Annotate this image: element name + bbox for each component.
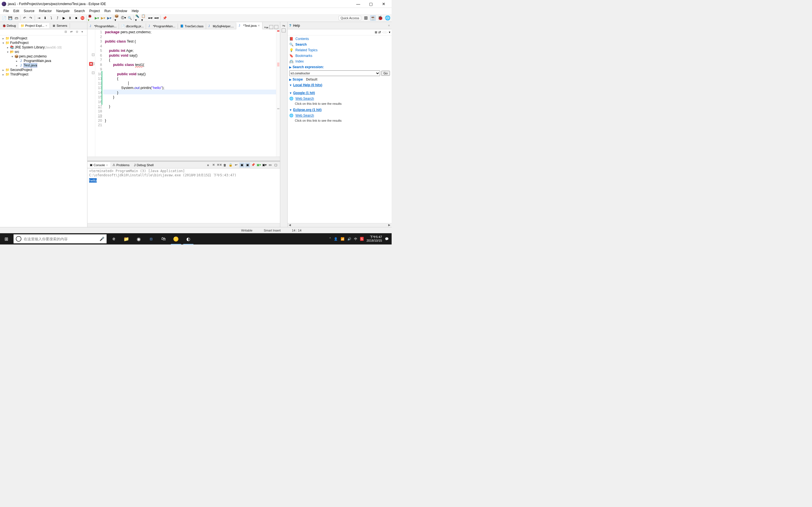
step-over-button[interactable]: ⤵ bbox=[49, 15, 54, 21]
suspend-button[interactable]: ⏸ bbox=[67, 15, 73, 21]
close-button[interactable]: ✕ bbox=[377, 0, 390, 8]
save-all-button[interactable]: 🗃 bbox=[13, 15, 19, 21]
java-perspective-button[interactable]: ☕ bbox=[370, 15, 376, 21]
help-contents[interactable]: 📕Contents bbox=[288, 36, 391, 42]
javaee-perspective-button[interactable]: 🌐 bbox=[385, 15, 391, 21]
project-thirdproject[interactable]: ▸ 📁 ThirdProject bbox=[1, 72, 86, 76]
word-wrap-button[interactable]: ↩ bbox=[234, 163, 239, 168]
redo-button[interactable]: ↷ bbox=[28, 15, 34, 21]
console-output[interactable]: hello bbox=[87, 178, 280, 223]
run-button[interactable]: ▶▾ bbox=[94, 15, 100, 21]
store-icon[interactable]: 🛍 bbox=[157, 233, 170, 244]
people-icon[interactable]: 👤 bbox=[334, 237, 338, 241]
package-node[interactable]: ▾ 📦 pers.pwz.cmdemo bbox=[1, 54, 86, 59]
editor-tab[interactable]: 📘TreeSet.class bbox=[178, 23, 206, 29]
web-search-link[interactable]: 🌐Web Search bbox=[288, 113, 391, 118]
open-perspective-button[interactable]: ⊞ bbox=[363, 15, 368, 21]
annotation-button[interactable]: 📋▾ bbox=[141, 15, 147, 21]
pin-button[interactable]: 📌 bbox=[162, 15, 167, 21]
resume-button[interactable]: ▶ bbox=[61, 15, 66, 21]
collapse-arrow-icon[interactable]: ▾ bbox=[6, 50, 10, 54]
focus-button[interactable]: ⊙ bbox=[76, 30, 80, 35]
forward-button[interactable]: ➡▾ bbox=[154, 15, 159, 21]
ext-tools-button[interactable]: ▶▾ bbox=[106, 15, 112, 21]
menu-window[interactable]: Window bbox=[113, 8, 130, 13]
scope-section[interactable]: ▶Scope Default bbox=[288, 76, 391, 82]
close-icon[interactable]: × bbox=[106, 163, 108, 167]
search-expression-input[interactable]: ict.constructor bbox=[289, 70, 380, 76]
forward-button[interactable]: ▷ bbox=[386, 31, 388, 34]
open-console-button[interactable]: ▣▾ bbox=[262, 163, 267, 168]
tab-debug-shell[interactable]: J Debug Shell bbox=[132, 163, 156, 168]
back-button[interactable]: ⬅▾ bbox=[147, 15, 153, 21]
back-button[interactable]: ◁ bbox=[382, 31, 384, 34]
project-firstproject[interactable]: ▸ 📁 FirstProject bbox=[1, 36, 86, 41]
help-related[interactable]: 💡Related Topics bbox=[288, 47, 391, 53]
code-content[interactable]: package pers.pwz.cmdemo; public class Te… bbox=[103, 29, 276, 157]
editor-h-scrollbar[interactable] bbox=[87, 157, 280, 161]
scroll-right-button[interactable]: ▶ bbox=[387, 223, 392, 227]
help-body[interactable]: 📕Contents 🔍Search 💡Related Topics 🔖Bookm… bbox=[288, 36, 392, 223]
quick-access[interactable]: Quick Access bbox=[339, 16, 361, 20]
console-h-scrollbar[interactable] bbox=[87, 223, 280, 227]
menu-edit[interactable]: Edit bbox=[11, 8, 21, 13]
collapse-arrow-icon[interactable]: ▾ bbox=[10, 55, 14, 58]
tab-debug[interactable]: 🐞 Debug bbox=[0, 23, 18, 28]
open-type-button[interactable]: 🔍 bbox=[127, 15, 133, 21]
scroll-lock-button[interactable]: 🔒 bbox=[228, 163, 233, 168]
project-tree[interactable]: ▸ 📁 FirstProject ▾ 📁 ForthProject ▸ 📚 JR… bbox=[0, 36, 87, 227]
expand-arrow-icon[interactable]: ▸ bbox=[15, 64, 18, 67]
tab-problems[interactable]: ⚠ Problems bbox=[110, 162, 132, 168]
menu-search[interactable]: Search bbox=[72, 8, 87, 13]
clear-button[interactable]: 🗑 bbox=[222, 163, 227, 168]
menu-refactor[interactable]: Refactor bbox=[37, 8, 54, 13]
minimize-button[interactable]: — bbox=[352, 0, 364, 8]
annotation-gutter[interactable]: ✖ − − − bbox=[87, 29, 95, 157]
vscode-icon[interactable]: ⧈ bbox=[145, 233, 157, 244]
tray-chevron-icon[interactable]: ˄ bbox=[329, 237, 331, 241]
search-input[interactable] bbox=[24, 237, 97, 241]
expand-arrow-icon[interactable]: ▸ bbox=[1, 37, 5, 40]
clock[interactable]: 下午5:47 2018/10/15 bbox=[366, 235, 382, 242]
editor-tab[interactable]: J*ProgramMain... bbox=[87, 23, 119, 29]
ime-indicator[interactable]: 中 bbox=[354, 237, 357, 241]
show-stderr-button[interactable]: ▣ bbox=[245, 163, 250, 168]
remove-all-button[interactable]: ✖✖ bbox=[217, 163, 222, 168]
debug-button[interactable]: 🐞▾ bbox=[88, 15, 93, 21]
overview-ruler[interactable] bbox=[276, 29, 280, 157]
fold-marker-icon[interactable]: − bbox=[92, 62, 94, 65]
editor-tab-active[interactable]: J*Test.java× bbox=[236, 22, 262, 29]
step-button[interactable]: ⇥ bbox=[36, 15, 42, 21]
local-help-section[interactable]: ▼Local Help (0 hits) bbox=[288, 82, 391, 88]
step-return-button[interactable]: ⤴ bbox=[55, 15, 60, 21]
sogou-icon[interactable]: S bbox=[360, 237, 364, 241]
minimize-view-button[interactable] bbox=[269, 25, 273, 29]
restore-button[interactable] bbox=[282, 29, 286, 33]
file-test[interactable]: ▸ J Test.java bbox=[1, 63, 86, 68]
more-tabs-button[interactable]: »₂₃ bbox=[264, 25, 268, 29]
project-secondproject[interactable]: ▸ 📁 SecondProject bbox=[1, 68, 86, 72]
tab-project-explorer[interactable]: 📁 Project Expl... × bbox=[18, 23, 50, 28]
collapse-arrow-icon[interactable]: ▾ bbox=[1, 41, 5, 45]
web-search-link[interactable]: 🌐Web Search bbox=[288, 96, 391, 101]
link-editor-button[interactable]: ⇄ bbox=[70, 30, 75, 35]
restore-view-button[interactable]: »₂ bbox=[282, 24, 285, 27]
editor-tab[interactable]: J*ProgramMain... bbox=[146, 23, 177, 29]
go-button[interactable]: Go bbox=[381, 71, 390, 76]
coverage-button[interactable]: ▶▾ bbox=[100, 15, 106, 21]
search-expression-section[interactable]: ▶Search expression: bbox=[288, 64, 391, 70]
menu-source[interactable]: Source bbox=[21, 8, 37, 13]
view-menu-button[interactable]: ▾ bbox=[82, 30, 86, 35]
file-programmain[interactable]: ▸ J ProgramMain.java bbox=[1, 59, 86, 63]
help-bookmarks[interactable]: 🔖Bookmarks bbox=[288, 53, 391, 59]
show-all-button[interactable]: ⊞ bbox=[375, 31, 377, 34]
close-icon[interactable]: × bbox=[258, 23, 260, 27]
file-explorer-icon[interactable]: 📁 bbox=[120, 233, 133, 244]
project-forthproject[interactable]: ▾ 📁 ForthProject bbox=[1, 41, 86, 45]
step-into-button[interactable]: ⬇ bbox=[42, 15, 48, 21]
show-console-button[interactable]: ▣ bbox=[239, 163, 245, 168]
network-icon[interactable]: 📶 bbox=[341, 237, 345, 241]
fold-marker-icon[interactable]: − bbox=[92, 71, 94, 74]
edge-icon[interactable]: e bbox=[108, 233, 120, 244]
tab-servers[interactable]: 🖥 Servers bbox=[50, 23, 70, 28]
